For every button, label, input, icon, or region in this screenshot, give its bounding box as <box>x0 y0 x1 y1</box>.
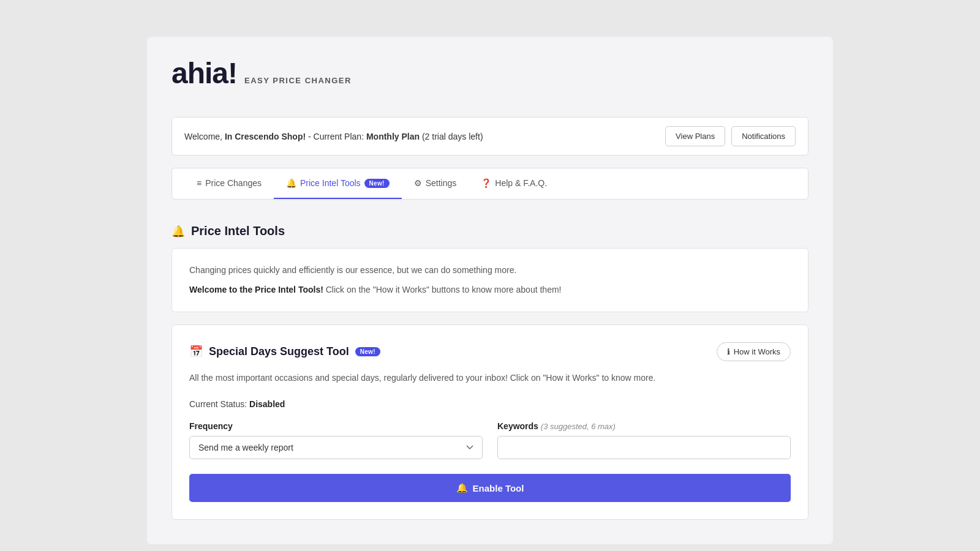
enable-label: Enable Tool <box>473 483 524 493</box>
tool-card-header: 📅 Special Days Suggest Tool New! ℹ How i… <box>189 342 791 361</box>
logo-area: ahia! EASY PRICE CHANGER <box>172 56 809 90</box>
keywords-label: Keywords (3 suggested, 6 max) <box>497 421 791 431</box>
info-line2: Welcome to the Price Intel Tools! Click … <box>189 283 791 296</box>
keywords-group: Keywords (3 suggested, 6 max) <box>497 421 791 459</box>
nav-item-price-intel-tools[interactable]: 🔔 Price Intel Tools New! <box>274 168 402 199</box>
welcome-prefix: Welcome, <box>184 132 225 141</box>
list-icon: ≡ <box>197 178 202 188</box>
status-value: Disabled <box>249 399 285 409</box>
page-title: Price Intel Tools <box>191 224 285 238</box>
nav-label-settings: Settings <box>426 178 457 188</box>
enable-tool-button[interactable]: 🔔 Enable Tool <box>189 474 791 502</box>
nav-bar: ≡ Price Changes 🔔 Price Intel Tools New!… <box>172 168 809 200</box>
frequency-select[interactable]: Send me a weekly report Send me a daily … <box>189 436 483 459</box>
welcome-text: Welcome, In Crescendo Shop! - Current Pl… <box>184 132 483 141</box>
status-row: Current Status: Disabled <box>189 399 791 409</box>
logo-text: ahia! <box>172 56 237 90</box>
view-plans-button[interactable]: View Plans <box>665 126 725 146</box>
calendar-icon: 📅 <box>189 345 203 358</box>
nav-label-price-changes: Price Changes <box>205 178 262 188</box>
tool-card: 📅 Special Days Suggest Tool New! ℹ How i… <box>172 324 809 520</box>
gear-icon: ⚙ <box>414 178 422 188</box>
info-line2-rest: Click on the "How it Works" buttons to k… <box>323 285 562 294</box>
how-it-works-button[interactable]: ℹ How it Works <box>717 342 791 361</box>
info-circle-icon: ℹ <box>727 347 730 356</box>
keywords-input[interactable] <box>497 436 791 459</box>
keywords-note: (3 suggested, 6 max) <box>541 422 616 431</box>
tool-card-title: 📅 Special Days Suggest Tool New! <box>189 345 380 358</box>
info-line2-bold: Welcome to the Price Intel Tools! <box>189 285 323 294</box>
page-title-section: 🔔 Price Intel Tools <box>172 212 809 248</box>
header-section: ahia! EASY PRICE CHANGER <box>147 37 833 105</box>
info-card: Changing prices quickly and efficiently … <box>172 248 809 312</box>
enable-icon: 🔔 <box>456 482 468 493</box>
nav-item-price-changes[interactable]: ≡ Price Changes <box>184 168 274 199</box>
how-it-works-label: How it Works <box>734 347 780 356</box>
new-badge-tool: New! <box>355 347 380 356</box>
page-title-icon: 🔔 <box>172 225 185 238</box>
welcome-buttons: View Plans Notifications <box>665 126 796 146</box>
notifications-button[interactable]: Notifications <box>731 126 796 146</box>
content-area: 🔔 Price Intel Tools Changing prices quic… <box>147 212 833 544</box>
nav-label-price-intel-tools: Price Intel Tools <box>300 178 361 188</box>
nav-label-help-faq: Help & F.A.Q. <box>495 178 547 188</box>
frequency-label: Frequency <box>189 421 483 431</box>
shop-name: In Crescendo Shop! <box>225 132 306 141</box>
nav-item-settings[interactable]: ⚙ Settings <box>402 168 469 199</box>
frequency-group: Frequency Send me a weekly report Send m… <box>189 421 483 459</box>
form-row: Frequency Send me a weekly report Send m… <box>189 421 791 459</box>
logo-tagline: EASY PRICE CHANGER <box>244 76 352 85</box>
help-icon: ❓ <box>481 178 491 188</box>
plan-name: Monthly Plan <box>366 132 420 141</box>
main-container: ahia! EASY PRICE CHANGER Welcome, In Cre… <box>147 37 833 544</box>
tool-name: Special Days Suggest Tool <box>209 345 349 358</box>
info-line1: Changing prices quickly and efficiently … <box>189 263 791 277</box>
status-label: Current Status: <box>189 399 249 409</box>
new-badge-nav: New! <box>364 179 390 188</box>
bell-nav-icon: 🔔 <box>286 178 296 188</box>
keywords-label-text: Keywords <box>497 421 538 431</box>
trial-text: (2 trial days left) <box>420 132 483 141</box>
plan-prefix: - Current Plan: <box>306 132 366 141</box>
nav-item-help-faq[interactable]: ❓ Help & F.A.Q. <box>469 168 559 199</box>
tool-description: All the most important occasions and spe… <box>189 371 791 384</box>
welcome-bar: Welcome, In Crescendo Shop! - Current Pl… <box>172 117 809 156</box>
